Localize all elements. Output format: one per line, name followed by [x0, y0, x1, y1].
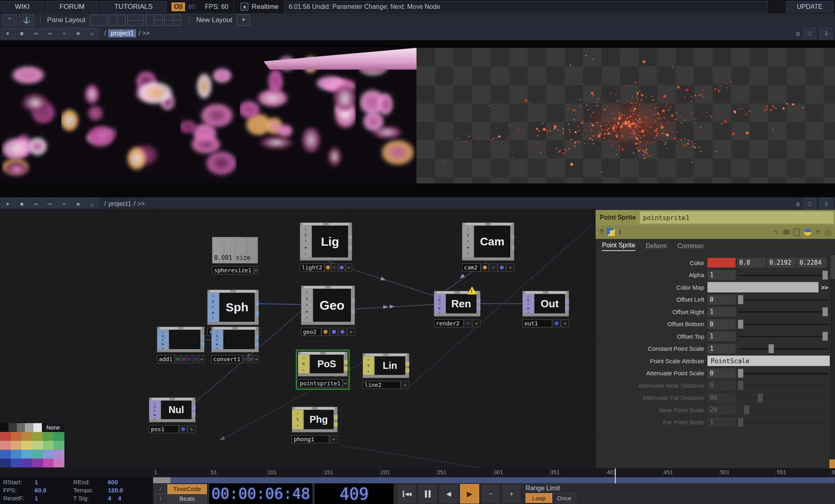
pane1-current-comp[interactable]: project1	[108, 29, 136, 37]
timeline-ruler[interactable]: 151101151201251301351401451501551600	[0, 468, 835, 477]
palette-swatch[interactable]	[17, 423, 25, 432]
param-label[interactable]: Attenuate Point Scale	[596, 370, 704, 376]
palette-none-button[interactable]: None	[42, 423, 64, 432]
timecode-mode-button[interactable]: TimeCode	[167, 484, 207, 494]
node-label[interactable]: geo2	[301, 328, 321, 336]
comment-icon[interactable]	[783, 230, 790, 235]
node-label[interactable]: light2	[300, 263, 324, 272]
add-layout-button[interactable]: +	[237, 14, 250, 26]
op-name-field[interactable]: pointsprite1	[640, 212, 834, 224]
timeline-info-value[interactable]: 4 4	[108, 495, 121, 502]
pause-button[interactable]	[418, 483, 438, 504]
pane2-current-comp[interactable]: project1	[108, 200, 131, 208]
pane2-bookmark-icon[interactable]: ★	[72, 198, 85, 210]
node-add-flag-icon[interactable]: +	[472, 319, 480, 327]
param-tab-point-sprite[interactable]: Point Sprite	[602, 242, 635, 251]
node-add1[interactable]: ○↯×➤•add1+	[157, 327, 204, 364]
param-slider[interactable]	[738, 381, 828, 390]
param-label[interactable]: Offset Top	[596, 333, 704, 340]
param-label[interactable]: Offset Right	[596, 309, 704, 315]
timeline-info-value[interactable]: 60.0	[35, 487, 46, 494]
layout-preset-vsplit[interactable]	[109, 14, 126, 26]
node-add-flag-icon[interactable]: +	[188, 425, 196, 433]
palette-swatch[interactable]	[32, 441, 43, 450]
pane2-collapse-icon[interactable]: ⇩	[820, 198, 833, 210]
node-flag-icon[interactable]	[332, 263, 338, 272]
param-slider[interactable]	[738, 344, 828, 354]
slider-handle[interactable]	[769, 344, 774, 353]
node-flag-icon[interactable]	[498, 263, 506, 272]
node-flag-icon[interactable]	[489, 263, 497, 272]
param-slider[interactable]	[738, 295, 828, 304]
palette-swatch[interactable]	[25, 423, 33, 432]
mode-i-button[interactable]: I	[155, 494, 166, 504]
param-value-field[interactable]: 90	[707, 393, 736, 403]
expand-arrow[interactable]: >>	[821, 284, 828, 291]
loop-button[interactable]: Loop	[526, 493, 552, 503]
particle-preview-viewport[interactable]	[416, 48, 835, 183]
param-label[interactable]: Constant Point Scale	[596, 345, 704, 352]
node-pointsprite1[interactable]: ○↯•PoSpointsprite1+	[298, 352, 348, 388]
pane1-maximize-icon[interactable]: □	[803, 28, 816, 39]
pane2-home-icon[interactable]: ⌂	[86, 198, 99, 210]
param-slider[interactable]	[738, 368, 828, 378]
node-flag-icon[interactable]	[179, 425, 187, 433]
node-out1[interactable]: ○↯×➤•Outout1+	[522, 291, 569, 328]
node-flag-icon[interactable]	[181, 355, 187, 363]
node-flag-icon[interactable]	[243, 355, 248, 363]
node-phong1[interactable]: ○↯•Phgphong1+	[292, 407, 338, 444]
param-slider[interactable]	[738, 405, 828, 415]
node-line2[interactable]: ○↯•Linline2+	[363, 353, 409, 389]
timeline-info-value[interactable]: 1	[35, 479, 38, 485]
info-icon[interactable]: i	[619, 228, 621, 236]
param-value-field[interactable]: 1	[707, 344, 736, 354]
pane1-home-icon[interactable]: ⌂	[86, 28, 99, 39]
node-add-flag-icon[interactable]: +	[330, 435, 338, 443]
layout-preset-hsplit[interactable]	[127, 14, 144, 26]
play-button[interactable]: ▶	[460, 483, 480, 504]
param-tab-deform[interactable]: Deform	[646, 243, 667, 250]
param-label[interactable]: Attenuate Far Distance	[596, 394, 704, 401]
pane1-bookmark-icon[interactable]: ★	[72, 28, 85, 39]
range-plus-button[interactable]: +	[501, 483, 522, 504]
node-add-flag-icon[interactable]: +	[254, 266, 258, 274]
color-swatch[interactable]	[707, 258, 736, 267]
midi-oi-badge[interactable]: O|I	[171, 2, 185, 11]
palette-swatch[interactable]	[54, 441, 64, 450]
param-label[interactable]: Color	[596, 259, 704, 266]
node-flag-icon[interactable]	[248, 355, 254, 363]
node-add-flag-icon[interactable]: +	[561, 319, 569, 327]
pane1-stop-icon[interactable]: ■	[15, 28, 28, 39]
palette-swatch[interactable]	[21, 450, 32, 459]
python-help-icon[interactable]: ?	[607, 228, 615, 236]
node-cam2[interactable]: ○↯×➤•Camcam2+	[462, 222, 514, 272]
node-label[interactable]: pos1	[149, 425, 179, 433]
slider-handle[interactable]	[823, 271, 828, 280]
node-flag-icon[interactable]	[553, 319, 561, 327]
node-flag-icon[interactable]	[464, 319, 472, 327]
timeline-info-value[interactable]: 120.0	[108, 487, 123, 494]
layout-preset-three[interactable]	[146, 14, 163, 26]
anchor-layout-icon[interactable]: ⚓	[19, 14, 34, 26]
add-parameter-icon[interactable]: +	[815, 227, 821, 237]
param-value-field[interactable]: 0	[707, 368, 736, 378]
slider-handle[interactable]	[758, 393, 763, 402]
menu-tab-tutorials[interactable]: TUTORIALS	[100, 1, 167, 12]
node-add-flag-icon[interactable]: +	[199, 355, 204, 363]
node-label[interactable]: out1	[522, 319, 552, 327]
pane2-stop-icon[interactable]: ■	[15, 198, 28, 210]
color-value-field[interactable]: 0.8	[737, 258, 766, 267]
node-pos1[interactable]: ○↯×➤•Nulpos1+	[149, 397, 196, 434]
pane2-forward-icon[interactable]: ⇨	[43, 198, 56, 210]
menu-tab-wiki[interactable]: WIKI	[1, 1, 44, 12]
param-slider[interactable]	[738, 319, 828, 329]
palette-swatch[interactable]	[0, 423, 8, 432]
warning-icon[interactable]: !	[467, 286, 477, 294]
palette-swatch[interactable]	[11, 450, 22, 459]
once-button[interactable]: Once	[552, 493, 576, 503]
param-label[interactable]: Point Scale Attribute	[596, 358, 704, 364]
palette-swatch[interactable]	[43, 450, 54, 459]
node-light2[interactable]: ○↯×➤•Liglight2+	[300, 222, 352, 272]
timeline-range-bar[interactable]	[153, 477, 835, 483]
palette-swatch[interactable]	[0, 432, 11, 441]
